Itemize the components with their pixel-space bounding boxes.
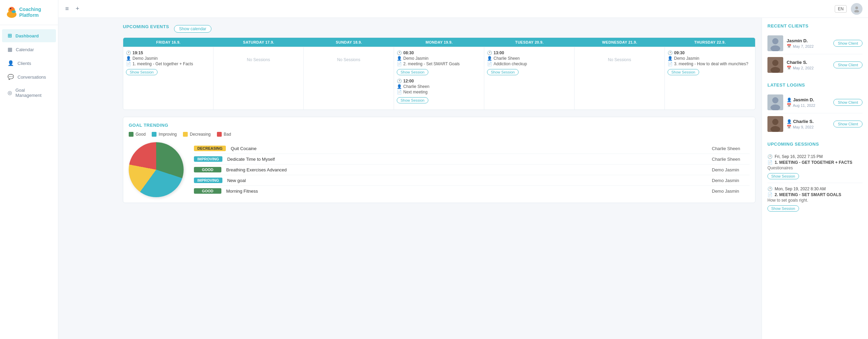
calendar-header: FRIDAY 16.9. SATURDAY 17.9. SUNDAY 18.9.… [123,38,755,47]
sidebar-item-conversations[interactable]: 💬 Conversations [2,70,56,83]
show-session-button-upcoming-0[interactable]: Show Session [767,173,799,179]
show-client-button-login-0[interactable]: Show Client [833,99,863,106]
goal-icon: ◎ [8,90,12,96]
show-session-button-mon1[interactable]: Show Session [397,69,428,75]
legend-good-dot [129,132,134,137]
latest-logins-section: LATEST LOGINS 👤 Jasmin D. 📅 [767,82,863,135]
login-client-info-0: 👤 Jasmin D. 📅 Aug 11, 2022 [787,97,830,108]
sidebar-item-calendar[interactable]: ▦ Calendar [2,43,56,56]
show-session-button-tue[interactable]: Show Session [487,69,519,75]
show-client-button-recent-1[interactable]: Show Client [833,61,863,68]
session-desc-0: Questionaires [767,166,863,170]
sidebar: Coaching Platform ⊞ Dashboard ▦ Calendar… [0,0,58,339]
cal-col-friday: 🕐19:15 👤Demo Jasmin 📄1. meeting - Get to… [123,47,213,110]
svg-point-5 [11,9,14,11]
clock-icon-m1: 🕐 [397,50,402,55]
goal-name-0: Quit Cocaine [231,146,707,151]
topbar-left: ≡ + [64,4,81,14]
svg-point-15 [772,97,778,103]
upcoming-events-header: UPCOMING EVENTS Show calendar [123,24,755,33]
recent-client-name-1: Charlie S. [787,60,830,65]
topbar-right: EN [835,3,863,15]
clock-icon-s0: 🕐 [767,154,773,159]
show-session-button-mon2[interactable]: Show Session [397,97,428,103]
calendar-icon: ▦ [8,46,12,53]
avatar-icon-0 [767,35,783,51]
no-sessions-sat: No Sessions [216,57,301,62]
calendar-icon-rc0: 📅 [787,44,791,48]
svg-point-12 [772,60,778,66]
calendar-icon-rc1: 📅 [787,66,791,70]
cal-event-tuesday-1: 🕐13:00 👤Charlie Sheen 📄Addiction checkup… [487,50,571,75]
goal-row-2: GOOD Breathing Exercises Advanced Demo J… [194,165,750,175]
calendar-grid: FRIDAY 16.9. SATURDAY 17.9. SUNDAY 18.9.… [123,37,755,110]
sidebar-item-clients[interactable]: 👤 Clients [2,57,56,70]
cal-header-mon: MONDAY 19.9. [394,38,484,47]
pie-chart [129,142,184,197]
logo-area: Coaching Platform [0,0,58,25]
goal-name-1: Dedicate Time to Myself [227,157,707,162]
legend-bad-dot [217,132,222,137]
cal-col-thursday: 🕐09:30 👤Demo Jasmin 📄3. meeting - How to… [665,47,755,110]
clock-icon-t1: 🕐 [487,50,492,55]
show-client-button-login-1[interactable]: Show Client [833,121,863,127]
goal-client-1: Charlie Sheen [712,157,750,162]
person-icon-ll0: 👤 [787,98,792,102]
cal-event-monday-1: 🕐08:30 👤Demo Jasmin 📄2. meeting - Set SM… [397,50,481,75]
login-client-date-1: 📅 May 9, 2022 [787,125,830,129]
sidebar-item-goal-management[interactable]: ◎ Goal Management [2,84,56,101]
sidebar-item-dashboard[interactable]: ⊞ Dashboard [2,29,56,42]
clock-icon-s1: 🕐 [767,187,773,191]
cal-col-saturday: No Sessions [213,47,304,110]
recent-client-row-1: Charlie S. 📅 May 2, 2022 Show Client [767,54,863,76]
recent-client-name-0: Jasmin D. [787,38,830,43]
doc-icon-m1: 📄 [397,61,402,66]
legend-improving: Improving [152,132,177,137]
goal-trending-title: GOAL TRENDING [129,123,750,128]
svg-point-3 [12,10,16,13]
calendar-body: 🕐19:15 👤Demo Jasmin 📄1. meeting - Get to… [123,47,755,110]
user-icon [853,5,860,12]
sidebar-item-conversations-label: Conversations [18,75,46,80]
person-icon-ll1: 👤 [787,119,792,124]
doc-icon-th1: 📄 [668,61,673,66]
session-desc-1: How to set goals right. [767,198,863,203]
goal-row-1: IMPROVING Dedicate Time to Myself Charli… [194,154,750,165]
recent-client-info-0: Jasmin D. 📅 May 7, 2022 [787,38,830,48]
cal-header-tue: TUESDAY 20.9. [484,38,575,47]
clock-icon-m2: 🕐 [397,79,402,83]
show-session-button-thu[interactable]: Show Session [668,69,699,75]
goal-row-4: GOOD Morning Fitness Demo Jasmin [194,186,750,196]
language-selector[interactable]: EN [835,5,847,13]
recent-clients-section: RECENT CLIENTS Jasmin D. 📅 May 7, 2022 [767,23,863,76]
session-entry-1: 🕐 Mon, Sep 19, 2022 8:30 AM 📄 2. MEETING… [767,183,863,215]
cal-header-thu: THURSDAY 22.9. [665,38,755,47]
cal-col-monday: 🕐08:30 👤Demo Jasmin 📄2. meeting - Set SM… [394,47,484,110]
main-content: UPCOMING EVENTS Show calendar FRIDAY 16.… [117,18,868,339]
goal-client-0: Charlie Sheen [712,146,750,151]
show-session-button-fri[interactable]: Show Session [126,69,158,75]
menu-button[interactable]: ≡ [64,4,70,14]
show-calendar-button[interactable]: Show calendar [174,25,211,33]
svg-point-4 [10,8,11,9]
recent-client-avatar-0 [767,35,783,51]
topbar: ≡ + EN [58,0,868,18]
add-button[interactable]: + [74,4,81,14]
show-session-button-upcoming-1[interactable]: Show Session [767,205,799,212]
doc-icon-s0: 📄 [767,160,773,165]
cal-header-fri: FRIDAY 16.9. [123,38,213,47]
show-client-button-recent-0[interactable]: Show Client [833,40,863,47]
legend-decreasing: Decreasing [183,132,211,137]
pie-chart-visual [129,142,184,197]
user-avatar-button[interactable] [851,3,863,15]
latest-logins-title: LATEST LOGINS [767,82,863,88]
legend-good: Good [129,132,146,137]
goal-name-3: New goal [227,178,707,183]
session-time-1: 🕐 Mon, Sep 19, 2022 8:30 AM [767,187,863,191]
sidebar-item-goal-label: Goal Management [15,88,50,98]
session-name-0: 📄 1. MEETING - GET TOGETHER + FACTS [767,160,863,165]
login-avatar-icon-1 [767,116,783,132]
doc-icon: 📄 [126,61,131,66]
cal-header-wed: WEDNESDAY 21.9. [575,38,665,47]
person-icon-m2: 👤 [397,84,402,89]
